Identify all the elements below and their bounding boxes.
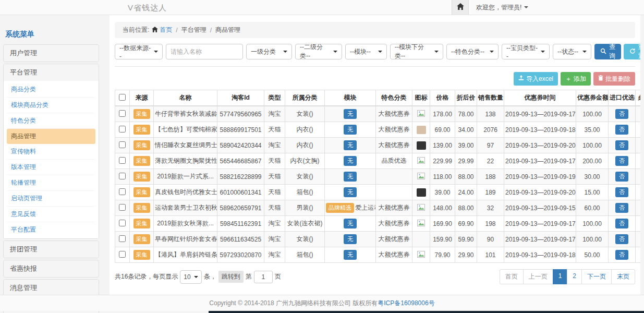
- row-checkbox[interactable]: [119, 188, 126, 195]
- import-select-toggle[interactable]: 否: [615, 156, 628, 166]
- col-header-icon: 图标: [412, 90, 430, 106]
- sidebar-item[interactable]: 意见反馈: [7, 207, 95, 222]
- row-checkbox[interactable]: [119, 126, 126, 133]
- data-source-select[interactable]: --数据来源--: [115, 44, 163, 59]
- filter-bar: --数据来源--一级分类--二级分类----模块----模块下分类----特色分…: [115, 44, 635, 59]
- price-cell: 148.00: [430, 200, 455, 216]
- must-buy-cell: 否: [636, 216, 641, 232]
- sidebar-section: 拼团管理: [3, 240, 99, 258]
- row-checkbox[interactable]: [119, 173, 126, 179]
- row-checkbox[interactable]: [119, 251, 126, 258]
- import-select-toggle[interactable]: 否: [615, 140, 628, 150]
- page-button[interactable]: 末页: [611, 269, 635, 284]
- query-button[interactable]: 查询: [594, 44, 621, 59]
- row-checkbox[interactable]: [119, 141, 126, 148]
- category-level1-select[interactable]: 一级分类: [246, 44, 292, 59]
- import-select-toggle[interactable]: 否: [615, 109, 628, 119]
- name-cell: 早春网红针织外套女春...: [154, 232, 217, 247]
- home-button[interactable]: [452, 0, 469, 15]
- reset-button[interactable]: 重置: [624, 44, 640, 59]
- sidebar-title: 系统菜单: [3, 28, 99, 44]
- must-buy-cell: 否: [636, 185, 641, 200]
- import-select-toggle[interactable]: 否: [615, 250, 628, 260]
- import-select-toggle[interactable]: 否: [615, 125, 628, 135]
- discount-price-cell: 34.00: [455, 122, 477, 138]
- select-all-checkbox[interactable]: [119, 94, 126, 101]
- row-checkbox[interactable]: [119, 110, 126, 117]
- coupon-time-cell: 2019-09-13—2019-09-17: [504, 153, 576, 169]
- row-checkbox[interactable]: [119, 204, 126, 211]
- col-header-type: 类型: [264, 90, 285, 106]
- sidebar-item[interactable]: 版本管理: [7, 160, 95, 175]
- feature-cell: 品质优选: [376, 153, 412, 169]
- sales-cell: 101: [477, 247, 504, 263]
- chevron-down-icon: [524, 6, 528, 8]
- sales-cell: 90: [477, 232, 504, 247]
- discount-price-cell: 24.00: [455, 185, 477, 200]
- type-cell: 淘宝: [264, 216, 285, 232]
- import-select-toggle[interactable]: 否: [615, 234, 628, 244]
- type-cell: 天猫: [264, 153, 285, 169]
- sidebar: 系统菜单 用户管理平台管理商品分类模块商品分类特色分类商品管理宣传物料版本管理轮…: [3, 28, 99, 313]
- table-row: 采集运动套装男士卫衣初秋...589620659791天猫男装()品牌精选爱上运…: [115, 200, 641, 216]
- module-select[interactable]: --模块--: [345, 44, 387, 59]
- feature-cell: 大额优惠券: [376, 247, 412, 263]
- sidebar-item[interactable]: 平台配置: [7, 222, 95, 237]
- sidebar-item[interactable]: 轮播管理: [7, 175, 95, 191]
- coupon-time-cell: 2019-09-13—2019-09-19: [504, 169, 576, 185]
- sidebar-section-header[interactable]: 消息管理: [4, 280, 99, 296]
- import-select-toggle[interactable]: 否: [615, 203, 628, 213]
- page-button[interactable]: 下一页: [581, 269, 612, 284]
- module-sub-select[interactable]: --模块下分类--: [390, 44, 443, 59]
- sidebar-section-header[interactable]: 平台管理: [4, 64, 99, 81]
- sidebar-section-header[interactable]: 用户管理: [4, 45, 99, 62]
- sidebar-submenu: 商品分类模块商品分类特色分类商品管理宣传物料版本管理轮播管理启动页管理意见反馈平…: [4, 81, 99, 238]
- import-icon: [518, 75, 524, 82]
- page-button[interactable]: 1: [553, 269, 568, 284]
- sidebar-item[interactable]: 模块商品分类: [7, 98, 95, 113]
- icon-cell: [412, 216, 430, 232]
- feature-category-select[interactable]: --特色分类--: [446, 44, 499, 59]
- category-level2-select[interactable]: --二级分类--: [295, 44, 342, 59]
- col-header-source: 来源: [130, 90, 154, 106]
- must-buy-cell: 否: [636, 138, 641, 153]
- table-row: 采集【七色纺】可爱纯棉家...588869917501天猫内衣()无大额优惠券6…: [115, 122, 641, 138]
- sidebar-item[interactable]: 商品分类: [7, 82, 95, 98]
- page-button[interactable]: 首页: [500, 269, 524, 284]
- breadcrumb: 当前位置: 首页 / 平台管理 / 商品管理: [115, 22, 635, 38]
- icp-link[interactable]: 粤ICP备16098006号: [378, 299, 434, 308]
- add-button[interactable]: ＋ 添加: [561, 72, 591, 86]
- import-select-cell: 否: [609, 247, 636, 263]
- sidebar-item[interactable]: 特色分类: [7, 113, 95, 129]
- batch-delete-button[interactable]: 批量删除: [593, 72, 635, 86]
- sidebar-item[interactable]: 宣传物料: [7, 144, 95, 160]
- jump-to-button[interactable]: 跳转到: [218, 271, 244, 283]
- page-size-select[interactable]: 10: [180, 270, 201, 284]
- module-cell: 无: [325, 138, 376, 153]
- row-checkbox[interactable]: [119, 235, 126, 242]
- item-type-select[interactable]: --宝贝类型--: [502, 44, 550, 59]
- module-none-badge: 无: [344, 187, 357, 197]
- import-excel-button[interactable]: 导入excel: [514, 72, 558, 86]
- sidebar-item[interactable]: 启动页管理: [7, 191, 95, 207]
- sidebar-section-header[interactable]: 省惠快报: [4, 260, 99, 277]
- import-select-toggle[interactable]: 否: [615, 219, 628, 228]
- import-select-toggle[interactable]: 否: [615, 187, 628, 197]
- sales-cell: 2076: [477, 122, 504, 138]
- coupon-amount-cell: 30.00: [576, 169, 609, 185]
- status-select[interactable]: --状态--: [553, 44, 591, 59]
- coupon-amount-cell: 200.00: [576, 153, 609, 169]
- select-value: --模块下分类--: [395, 43, 431, 61]
- row-checkbox[interactable]: [119, 157, 126, 164]
- page-button[interactable]: 2: [567, 269, 582, 284]
- row-checkbox[interactable]: [119, 220, 126, 226]
- breadcrumb-home-link[interactable]: 首页: [152, 26, 172, 34]
- sidebar-section: 平台管理商品分类模块商品分类特色分类商品管理宣传物料版本管理轮播管理启动页管理意…: [3, 64, 99, 239]
- import-select-toggle[interactable]: 否: [615, 172, 628, 182]
- page-button[interactable]: 上一页: [523, 269, 553, 284]
- sidebar-section-header[interactable]: 拼团管理: [4, 241, 99, 258]
- jump-page-input[interactable]: [254, 271, 273, 283]
- user-menu[interactable]: 欢迎您，管理员!: [476, 3, 528, 12]
- sidebar-item[interactable]: 商品管理: [7, 129, 95, 144]
- product-name-input[interactable]: [166, 44, 243, 59]
